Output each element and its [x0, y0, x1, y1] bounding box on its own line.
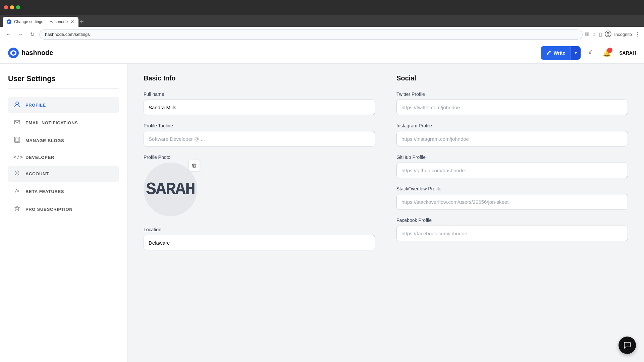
sidebar-label-developer: DEVELOPER [25, 155, 54, 160]
email-icon [13, 119, 21, 127]
notifications-wrapper[interactable]: 🔔 1 [600, 49, 611, 57]
sidebar-label-pro: PRO SUBSCRIPTION [25, 207, 72, 212]
twitter-group: Twitter Profile [396, 92, 628, 115]
twitter-input[interactable] [396, 100, 628, 115]
logo-icon [8, 48, 19, 58]
write-btn-group: Write ▼ [541, 46, 581, 60]
full-name-input[interactable] [144, 100, 375, 115]
full-name-group: Full name [144, 92, 375, 115]
stackoverflow-input[interactable] [396, 194, 628, 209]
new-tab-btn[interactable]: + [80, 17, 84, 27]
browser-chrome [0, 0, 644, 15]
sidebar-label-blogs: MANAGE BLOGS [25, 138, 64, 143]
social-title: Social [396, 74, 628, 82]
tagline-label: Profile Tagline [144, 123, 375, 128]
svg-rect-9 [15, 138, 19, 141]
github-input[interactable] [396, 163, 628, 178]
facebook-input[interactable] [396, 226, 628, 241]
tagline-group: Profile Tagline [144, 123, 375, 146]
svg-point-6 [16, 102, 18, 105]
theme-toggle-icon[interactable]: ☾ [589, 49, 595, 57]
profile-photo-group: Profile Photo SARAH [144, 155, 375, 216]
github-group: GitHub Profile [396, 155, 628, 178]
incognito-icon [605, 31, 611, 39]
pro-icon [13, 205, 21, 214]
window-controls [4, 5, 20, 9]
write-button[interactable]: Write [541, 46, 571, 60]
incognito-label: Incognito [614, 32, 632, 37]
sidebar-item-account[interactable]: ACCOUNT [8, 166, 119, 182]
sidebar-label-account: ACCOUNT [25, 171, 49, 176]
profile-photo-label: Profile Photo [144, 155, 375, 160]
tab-title: Change settings — Hashnode [14, 19, 68, 24]
eye-off-icon: 👁̸ [585, 32, 589, 38]
sidebar-item-pro-subscription[interactable]: PRO SUBSCRIPTION [8, 201, 119, 218]
nav-actions: 👁̸ ☆ ▯ Incognito ⋮ [585, 31, 640, 39]
svg-point-2 [605, 31, 611, 37]
content-area: Basic Info Full name Profile Tagline Pro… [127, 64, 644, 362]
svg-point-10 [16, 172, 18, 174]
address-bar[interactable]: hashnode.com/settings [39, 29, 583, 40]
window-close-btn[interactable] [4, 5, 8, 9]
avatar-text: SARAH [146, 180, 195, 199]
sidebar-item-profile[interactable]: PROFILE [8, 97, 119, 113]
github-label: GitHub Profile [396, 155, 628, 160]
twitter-label: Twitter Profile [396, 92, 628, 97]
back-btn[interactable]: ← [4, 30, 13, 39]
user-name[interactable]: SARAH [619, 50, 636, 56]
sidebar-label-beta: BETA FEATURES [25, 189, 64, 194]
stackoverflow-group: StackOverflow Profile [396, 186, 628, 209]
url-text: hashnode.com/settings [45, 32, 90, 37]
svg-point-3 [607, 35, 609, 36]
location-input[interactable] [144, 235, 375, 250]
instagram-input[interactable] [396, 131, 628, 146]
notification-badge: 1 [607, 48, 612, 53]
facebook-label: Facebook Profile [396, 218, 628, 223]
sidebar-item-beta-features[interactable]: BETA FEATURES [8, 183, 119, 200]
tab-bar: Change settings — Hashnode ✕ + [0, 15, 644, 27]
basic-info-column: Basic Info Full name Profile Tagline Pro… [144, 74, 375, 258]
facebook-group: Facebook Profile [396, 218, 628, 241]
full-name-label: Full name [144, 92, 375, 97]
window-max-btn[interactable] [16, 5, 20, 9]
menu-icon[interactable]: ⋮ [635, 31, 640, 38]
sidebar-label-email: EMAIL NOTIFICATIONS [25, 120, 78, 125]
social-column: Social Twitter Profile Instagram Profile… [396, 74, 628, 258]
nav-bar: ← → ↻ hashnode.com/settings 👁̸ ☆ ▯ Incog… [0, 27, 644, 42]
account-icon [13, 170, 21, 178]
instagram-group: Instagram Profile [396, 123, 628, 146]
settings-columns: Basic Info Full name Profile Tagline Pro… [144, 74, 628, 258]
logo[interactable]: hashnode [8, 48, 53, 58]
tab-close-btn[interactable]: ✕ [70, 19, 74, 24]
stackoverflow-label: StackOverflow Profile [396, 186, 628, 191]
sidebar-label-profile: PROFILE [25, 103, 46, 108]
main-content: User Settings PROFILE EMAIL NOTIFICATION… [0, 64, 644, 362]
svg-rect-8 [14, 137, 20, 142]
active-tab[interactable]: Change settings — Hashnode ✕ [3, 17, 78, 27]
instagram-label: Instagram Profile [396, 123, 628, 128]
chat-button[interactable] [619, 337, 636, 354]
reload-btn[interactable]: ↻ [28, 30, 37, 39]
svg-rect-7 [14, 120, 20, 124]
tagline-input[interactable] [144, 131, 375, 146]
profile-photo-container: SARAH [144, 163, 197, 216]
tab-favicon [7, 19, 11, 24]
sidebar-title: User Settings [8, 74, 119, 89]
developer-icon: </> [13, 154, 21, 160]
beta-icon [13, 187, 21, 196]
write-dropdown-btn[interactable]: ▼ [571, 46, 581, 60]
write-label: Write [553, 50, 565, 56]
sidebar-nav: PROFILE EMAIL NOTIFICATIONS MANAGE BLOGS… [8, 97, 119, 218]
forward-btn[interactable]: → [16, 30, 25, 39]
location-label: Location [144, 227, 375, 232]
logo-text: hashnode [21, 49, 53, 57]
profile-icon [13, 101, 21, 109]
split-screen-icon[interactable]: ▯ [599, 31, 602, 38]
sidebar-item-manage-blogs[interactable]: MANAGE BLOGS [8, 132, 119, 149]
sidebar-item-developer[interactable]: </> DEVELOPER [8, 150, 119, 164]
sidebar-item-email-notifications[interactable]: EMAIL NOTIFICATIONS [8, 115, 119, 131]
delete-photo-btn[interactable] [189, 160, 200, 171]
window-min-btn[interactable] [10, 5, 14, 9]
bookmark-icon[interactable]: ☆ [592, 31, 596, 38]
blogs-icon [13, 136, 21, 145]
